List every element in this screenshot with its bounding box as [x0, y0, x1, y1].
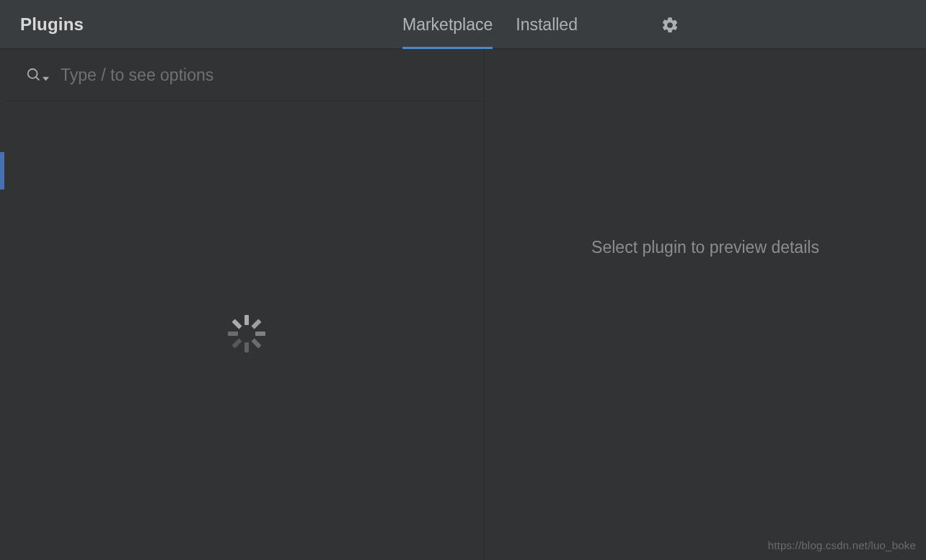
search-input[interactable]: [59, 65, 484, 86]
tab-marketplace[interactable]: Marketplace: [402, 0, 493, 49]
gear-icon[interactable]: [661, 16, 679, 35]
content-body: Select plugin to preview details: [0, 49, 926, 560]
svg-point-0: [28, 69, 38, 79]
left-panel: [0, 49, 485, 560]
svg-line-1: [36, 77, 40, 81]
search-icon[interactable]: [26, 66, 50, 84]
watermark-text: https://blog.csdn.net/luo_boke: [768, 539, 916, 551]
right-panel: Select plugin to preview details: [485, 49, 926, 560]
plugin-list-area: [0, 102, 484, 560]
loading-spinner-icon: [228, 315, 265, 352]
tab-installed[interactable]: Installed: [516, 0, 578, 49]
page-title: Plugins: [20, 14, 84, 35]
header-bar: Plugins Marketplace Installed: [0, 0, 926, 49]
search-row: [4, 49, 484, 102]
tab-bar: Marketplace Installed: [402, 0, 578, 49]
empty-preview-message: Select plugin to preview details: [591, 238, 819, 257]
